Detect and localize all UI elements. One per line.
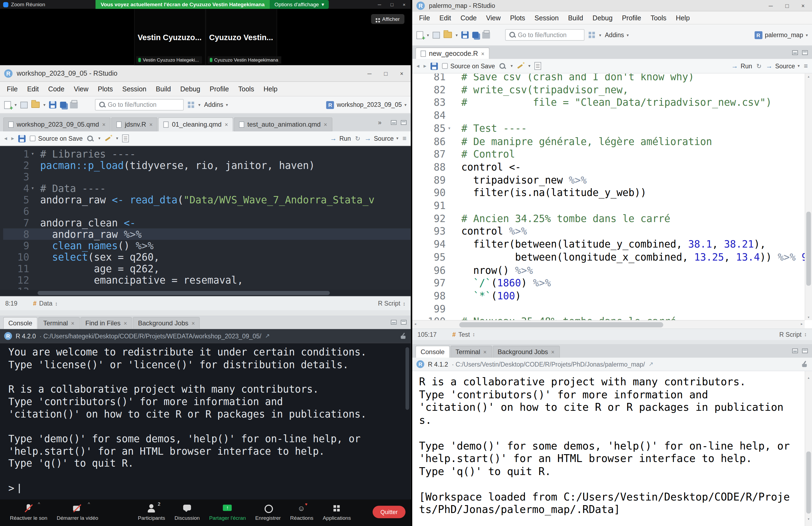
- tab-terminal[interactable]: Terminal×: [450, 346, 492, 358]
- code-line-88[interactable]: 88control <-: [416, 161, 812, 174]
- project-menu[interactable]: R workshop_2023_09_05 ▾: [326, 101, 407, 109]
- close-tab-icon[interactable]: ×: [124, 320, 127, 327]
- chunk-nav[interactable]: # Data ↕: [33, 300, 58, 307]
- compile-report-icon[interactable]: [535, 62, 541, 70]
- goto-file-input[interactable]: [518, 31, 581, 39]
- code-line-90[interactable]: 90 filter(is.na(latitude_y_web)): [416, 186, 812, 199]
- menu-debug[interactable]: Debug: [588, 14, 617, 22]
- code-line-81[interactable]: 81# Save csv (crash and I don't know why…: [416, 74, 812, 83]
- maximize-pane-icon[interactable]: [802, 50, 808, 55]
- minimize-button[interactable]: ─: [769, 2, 773, 9]
- tab-terminal[interactable]: Terminal×: [38, 317, 79, 329]
- menu-plots[interactable]: Plots: [93, 85, 117, 93]
- code-line-6[interactable]: 6: [3, 206, 411, 217]
- code-line-9[interactable]: 9 clean_names() %>%: [3, 240, 411, 251]
- console-prompt[interactable]: >: [9, 482, 411, 495]
- new-project-icon[interactable]: [20, 101, 28, 108]
- tab-01-cleaning-qmd[interactable]: 01_cleaning.qmd×: [158, 117, 233, 132]
- zoom-maximize-button[interactable]: □: [391, 2, 393, 7]
- code-line-1[interactable]: 1▾# Libraries ----: [3, 148, 411, 160]
- code-tools-icon[interactable]: [517, 62, 524, 70]
- close-tab-icon[interactable]: ×: [71, 320, 74, 327]
- code-line-4[interactable]: 4▾# Data ----: [3, 182, 411, 194]
- zoom-close-button[interactable]: ×: [403, 2, 405, 7]
- save-icon[interactable]: [18, 135, 26, 142]
- zoom-start-video-button[interactable]: ^Démarrer la vidéo: [52, 502, 103, 522]
- clear-console-icon[interactable]: [400, 333, 407, 340]
- chunk-nav[interactable]: # Test ↕: [452, 331, 475, 338]
- menu-view[interactable]: View: [481, 14, 505, 22]
- goto-file-search[interactable]: [95, 99, 184, 110]
- pane-layout-icon[interactable]: [187, 101, 194, 108]
- save-icon[interactable]: [49, 101, 56, 108]
- close-tab-icon[interactable]: ×: [324, 121, 327, 128]
- source-button[interactable]: → Source ▾: [364, 134, 398, 142]
- code-line-11[interactable]: 11 age = q262,: [3, 263, 411, 274]
- menu-build[interactable]: Build: [151, 85, 176, 93]
- close-button[interactable]: ×: [400, 70, 403, 76]
- tab-console[interactable]: Console: [3, 317, 38, 329]
- scrollbar-thumb[interactable]: [806, 452, 811, 513]
- find-replace-icon[interactable]: [499, 62, 506, 70]
- menu-code[interactable]: Code: [456, 14, 481, 22]
- code-tools-icon[interactable]: [104, 135, 112, 142]
- minimize-pane-icon[interactable]: [792, 348, 798, 353]
- close-tab-icon[interactable]: ×: [225, 121, 228, 128]
- new-file-icon[interactable]: [4, 101, 11, 109]
- rerun-icon[interactable]: ↻: [355, 135, 360, 142]
- menu-session[interactable]: Session: [117, 85, 151, 93]
- participant-tile[interactable]: Cyuzuzo Vestin...Cyuzuzo Vestin Hategeki…: [205, 9, 277, 65]
- open-directory-icon[interactable]: ↗: [649, 361, 653, 368]
- zoom-unmute-button[interactable]: ^Réactiver le son: [5, 502, 52, 522]
- print-icon[interactable]: [70, 101, 78, 108]
- console-output[interactable]: R is a collaborative project with many c…: [412, 371, 812, 526]
- afficher-button[interactable]: Afficher: [371, 14, 405, 24]
- tab-new-geocode-r[interactable]: new_geocode.R×: [416, 47, 490, 59]
- tab-overflow-icon[interactable]: »: [378, 119, 381, 126]
- code-line-96[interactable]: 96 nrow() %>%: [416, 264, 812, 276]
- code-line-93[interactable]: 93control %>%: [416, 225, 812, 238]
- menu-help[interactable]: Help: [671, 14, 695, 22]
- scrollbar-thumb[interactable]: [460, 322, 664, 327]
- code-line-85[interactable]: 85▾# Test ----: [416, 122, 812, 135]
- code-line-12[interactable]: 12 emancipative = resemaval,: [3, 274, 411, 286]
- code-line-91[interactable]: 91: [416, 199, 812, 212]
- pane-layout-icon[interactable]: [588, 31, 595, 39]
- maximize-button[interactable]: □: [785, 2, 789, 9]
- zoom-share-screen-button[interactable]: Partager l'écran: [204, 502, 250, 522]
- maximize-pane-icon[interactable]: [401, 320, 407, 325]
- code-line-10[interactable]: 10 select(sex = q260,: [3, 251, 411, 263]
- new-file-icon[interactable]: [416, 31, 423, 39]
- goto-file-input[interactable]: [108, 101, 180, 108]
- tab-workshop-2023-09-05-qmd[interactable]: workshop_2023_09_05.qmd×: [3, 117, 111, 132]
- close-tab-icon[interactable]: ×: [192, 320, 195, 327]
- titlebar[interactable]: R palermo_map - RStudio ─ □ ×: [412, 0, 812, 11]
- minimize-pane-icon[interactable]: [391, 320, 396, 325]
- save-all-icon[interactable]: [60, 102, 66, 108]
- minimize-pane-icon[interactable]: [792, 50, 798, 55]
- zoom-apps-button[interactable]: Applications: [318, 502, 356, 522]
- print-icon[interactable]: [482, 31, 490, 38]
- tab-find-in-files[interactable]: Find in Files×: [80, 317, 132, 329]
- tab-background-jobs[interactable]: Background Jobs×: [492, 346, 560, 358]
- tab-test-auto-animation-qmd[interactable]: test_auto_animation.qmd×: [234, 117, 332, 132]
- outline-icon[interactable]: ≡: [804, 62, 808, 70]
- titlebar[interactable]: R workshop_2023_09_05 - RStudio ─ □ ×: [0, 65, 411, 82]
- rerun-icon[interactable]: ↻: [756, 62, 762, 70]
- close-tab-icon[interactable]: ×: [551, 349, 554, 355]
- menu-edit[interactable]: Edit: [23, 85, 44, 93]
- pane-splitter[interactable]: [0, 310, 411, 315]
- menu-debug[interactable]: Debug: [176, 85, 205, 93]
- maximize-pane-icon[interactable]: [802, 348, 808, 353]
- code-line-87[interactable]: 87# Control: [416, 148, 812, 161]
- fold-icon[interactable]: ▾: [29, 182, 36, 194]
- source-on-save-checkbox[interactable]: Source on Save: [30, 135, 83, 142]
- maximize-button[interactable]: □: [384, 70, 388, 76]
- run-button[interactable]: → Run: [330, 134, 351, 142]
- save-icon[interactable]: [431, 62, 438, 70]
- menu-build[interactable]: Build: [563, 14, 588, 22]
- back-icon[interactable]: ◂: [4, 135, 7, 142]
- participant-tile[interactable]: Vestin Cyuzuzo...Vestin Cyuzuzo Hategeki…: [134, 9, 205, 65]
- project-menu[interactable]: R palermo_map ▾: [754, 31, 808, 39]
- zoom-reactions-button[interactable]: Réactions: [286, 502, 318, 522]
